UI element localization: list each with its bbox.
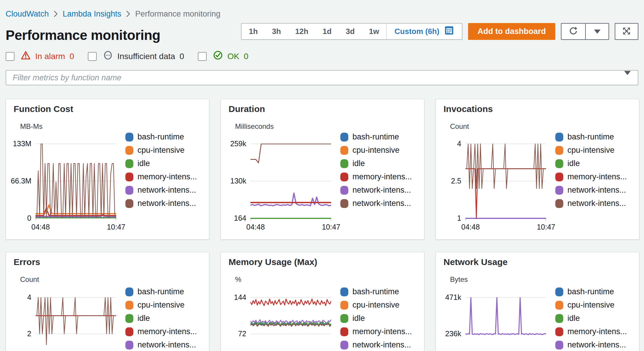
legend-item-network-intensive-1[interactable]: network-intens... — [340, 186, 412, 195]
y-axis-tick: 0 — [6, 214, 31, 222]
ok-label: OK — [227, 52, 239, 61]
legend-label: memory-intens... — [567, 327, 627, 336]
legend-item-idle[interactable]: idle — [340, 314, 412, 323]
y-axis-tick: 130k — [221, 176, 246, 185]
legend-item-memory-intensive[interactable]: memory-intens... — [555, 172, 627, 181]
legend-item-bash-runtime[interactable]: bash-runtime — [125, 287, 197, 296]
time-range-12h[interactable]: 12h — [288, 24, 315, 39]
legend-item-idle[interactable]: idle — [340, 159, 412, 168]
chart-title: Errors — [14, 257, 40, 267]
legend-label: bash-runtime — [567, 287, 614, 296]
y-axis-tick: 236k — [436, 329, 461, 338]
legend-item-memory-intensive[interactable]: memory-intens... — [125, 327, 197, 336]
legend-item-bash-runtime[interactable]: bash-runtime — [125, 132, 197, 142]
y-axis-tick: 4 — [6, 293, 31, 302]
legend-item-idle[interactable]: idle — [125, 159, 197, 168]
legend-color-chip — [125, 287, 133, 296]
insufficient-data-checkbox[interactable] — [88, 52, 97, 61]
legend-item-idle[interactable]: idle — [555, 314, 627, 323]
chevron-right-icon — [126, 10, 130, 17]
breadcrumb-lambda-insights[interactable]: Lambda Insights — [63, 9, 121, 19]
legend-color-chip — [340, 186, 348, 195]
legend-color-chip — [125, 341, 133, 350]
insufficient-data-label: Insufficient data — [117, 52, 175, 61]
legend-item-memory-intensive[interactable]: memory-intens... — [340, 327, 412, 336]
legend-item-network-intensive-1[interactable]: network-intens... — [555, 340, 627, 350]
time-range-selector: 1h 3h 12h 1d 3d 1w Custom (6h) — [241, 23, 462, 40]
legend-item-cpu-intensive[interactable]: cpu-intensive — [125, 146, 197, 155]
series-line-network-intensive-2 — [250, 144, 331, 163]
legend-item-network-intensive-1[interactable]: network-intens... — [125, 340, 197, 350]
time-range-3h[interactable]: 3h — [265, 24, 288, 39]
legend-label: memory-intens... — [352, 327, 412, 336]
legend-color-chip — [340, 133, 348, 142]
legend-item-bash-runtime[interactable]: bash-runtime — [340, 287, 412, 296]
time-range-3d[interactable]: 3d — [339, 24, 362, 39]
legend-color-chip — [555, 159, 563, 168]
time-range-1w[interactable]: 1w — [362, 24, 386, 39]
in-alarm-checkbox[interactable] — [6, 52, 14, 61]
chart-legend: bash-runtimecpu-intensiveidlememory-inte… — [555, 132, 627, 208]
chart-canvas — [35, 144, 116, 223]
expand-icon — [622, 27, 631, 37]
refresh-button[interactable] — [561, 23, 586, 40]
in-alarm-count: 0 — [69, 52, 74, 61]
legend-item-bash-runtime[interactable]: bash-runtime — [555, 132, 627, 142]
legend-item-cpu-intensive[interactable]: cpu-intensive — [340, 146, 412, 155]
add-to-dashboard-button[interactable]: Add to dashboard — [468, 23, 555, 40]
legend-item-memory-intensive[interactable]: memory-intens... — [555, 327, 627, 336]
refresh-options-button[interactable] — [585, 23, 609, 40]
legend-color-chip — [555, 133, 563, 142]
y-axis-tick: 471k — [436, 293, 461, 302]
legend-color-chip — [555, 199, 563, 208]
breadcrumb-cloudwatch[interactable]: CloudWatch — [6, 9, 49, 19]
legend-label: network-intens... — [137, 340, 196, 350]
insufficient-data-count: 0 — [179, 52, 184, 61]
legend-item-cpu-intensive[interactable]: cpu-intensive — [125, 300, 197, 310]
legend-item-memory-intensive[interactable]: memory-intens... — [340, 172, 412, 181]
filter-insufficient-data: Insufficient data 0 — [88, 50, 184, 62]
legend-item-network-intensive-1[interactable]: network-intens... — [340, 340, 412, 350]
chart-plot-area[interactable] — [250, 297, 331, 351]
ok-checkbox[interactable] — [198, 52, 207, 61]
filter-dropdown-icon[interactable] — [624, 75, 631, 80]
legend-item-bash-runtime[interactable]: bash-runtime — [555, 287, 627, 296]
chart-plot-area[interactable] — [250, 144, 331, 225]
time-range-custom[interactable]: Custom (6h) — [386, 24, 462, 39]
legend-item-network-intensive-1[interactable]: network-intens... — [555, 186, 627, 195]
y-axis-tick: 164 — [221, 214, 246, 222]
legend-item-cpu-intensive[interactable]: cpu-intensive — [555, 146, 627, 155]
legend-item-idle[interactable]: idle — [555, 159, 627, 168]
time-range-1d[interactable]: 1d — [315, 24, 339, 39]
legend-item-network-intensive-2[interactable]: network-intens... — [125, 199, 197, 208]
chart-plot-area[interactable] — [35, 144, 116, 225]
refresh-button-group — [561, 23, 609, 40]
legend-label: network-intens... — [352, 186, 411, 195]
chart-title: Function Cost — [14, 104, 73, 114]
legend-item-cpu-intensive[interactable]: cpu-intensive — [555, 300, 627, 310]
legend-label: idle — [567, 159, 580, 168]
legend-item-bash-runtime[interactable]: bash-runtime — [340, 132, 412, 142]
chart-plot-area[interactable] — [35, 297, 116, 351]
legend-item-network-intensive-2[interactable]: network-intens... — [555, 199, 627, 208]
legend-label: cpu-intensive — [567, 146, 614, 155]
chart-card-errors: ErrorsCount42bash-runtimecpu-intensiveid… — [6, 252, 209, 351]
chart-plot-area[interactable] — [465, 297, 546, 351]
y-axis-tick: 259k — [221, 139, 246, 148]
legend-item-memory-intensive[interactable]: memory-intens... — [125, 172, 197, 181]
legend-item-network-intensive-1[interactable]: network-intens... — [125, 186, 197, 195]
x-axis-tick: 10:47 — [107, 223, 125, 231]
function-filter-input[interactable] — [6, 70, 638, 85]
chart-card-memory-usage-max: Memory Usage (Max)%14472bash-runtimecpu-… — [221, 252, 424, 351]
time-range-1h[interactable]: 1h — [242, 24, 265, 39]
legend-item-network-intensive-2[interactable]: network-intens... — [340, 199, 412, 208]
chart-plot-area[interactable] — [465, 144, 546, 225]
legend-label: bash-runtime — [137, 287, 184, 296]
fullscreen-button[interactable] — [615, 23, 638, 40]
axis-unit-label: Bytes — [450, 275, 468, 284]
legend-color-chip — [555, 327, 563, 336]
legend-item-idle[interactable]: idle — [125, 314, 197, 323]
ok-count: 0 — [244, 52, 248, 61]
legend-item-cpu-intensive[interactable]: cpu-intensive — [340, 300, 412, 310]
legend-label: idle — [137, 314, 150, 323]
